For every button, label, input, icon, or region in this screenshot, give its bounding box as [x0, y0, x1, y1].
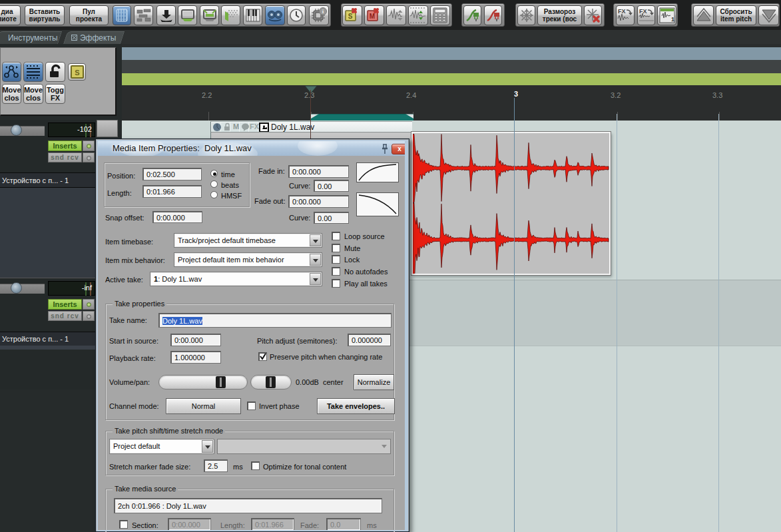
svg-text:1: 1: [671, 16, 674, 23]
svg-text:S: S: [75, 69, 79, 77]
svg-text:FX: FX: [618, 8, 626, 15]
svg-text:FX: FX: [639, 8, 647, 15]
svg-text:S: S: [348, 13, 353, 20]
svg-text:M: M: [370, 13, 375, 20]
